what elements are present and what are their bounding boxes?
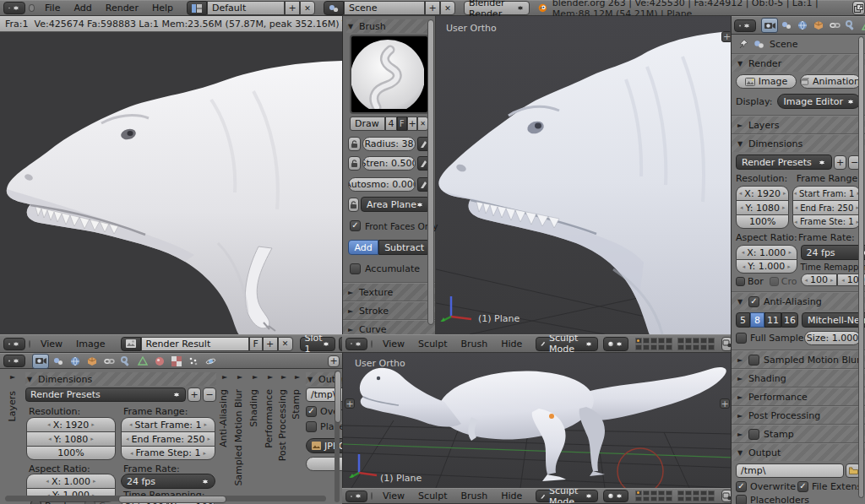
tab-scene[interactable] (51, 355, 66, 368)
panel-render-header[interactable]: ▼Render (732, 55, 865, 72)
brush-preview[interactable] (350, 35, 429, 114)
vp2-menu-sculpt[interactable]: Sculpt (411, 490, 454, 501)
editor-type-button[interactable] (3, 2, 25, 14)
vp2-layers-widget[interactable] (635, 490, 715, 501)
panel-sampled-motion-blur-vertical[interactable]: Sampled Motion Blur (233, 389, 244, 486)
render-animation-button[interactable]: Animation (800, 74, 861, 89)
frame-step-field[interactable]: Frame Step: 1 (121, 446, 215, 460)
res-y-right[interactable]: Y: 1080 (736, 200, 789, 214)
frame-start-field[interactable]: Start Frame: 1 (121, 417, 215, 431)
viewport-2[interactable]: User Ortho (1) Plane + + (342, 353, 731, 488)
brush-radius-slider[interactable]: Radius: 38 (362, 137, 416, 151)
panel-post-processing-vertical[interactable]: Post Processing (277, 389, 288, 461)
panel-stroke[interactable]: ►Stroke (343, 302, 435, 319)
right-tab-object[interactable] (811, 19, 826, 32)
panel-sampled-motion-blur[interactable]: ►Sampled Motion Blur (732, 351, 865, 368)
panel-brush-header[interactable]: ▼ Brush (346, 19, 432, 33)
aa-size-slider[interactable]: Size: 1.000 (804, 331, 861, 345)
vp1-menu-brush[interactable]: Brush (454, 339, 494, 350)
menu-file[interactable]: File (38, 3, 67, 14)
aspect-x-right[interactable]: X: 1.000 (736, 245, 797, 259)
render-engine-select[interactable]: Blender Render (464, 1, 530, 15)
viewport-1-collapse-dot[interactable] (371, 340, 373, 348)
aa-expand-icon[interactable]: ► (220, 373, 229, 381)
brush-add-button[interactable]: + (407, 117, 418, 131)
right-tab-modifiers[interactable] (843, 19, 858, 32)
tab-constraints[interactable] (101, 355, 117, 368)
shading-expand-icon[interactable]: ► (251, 373, 259, 381)
panel-curve[interactable]: ►Curve (343, 321, 435, 334)
add-toggle[interactable]: Add (348, 240, 378, 255)
props-bottom-editor-type-button[interactable] (3, 355, 25, 367)
right-tab-scene[interactable] (779, 19, 794, 32)
screen-layout-icon[interactable] (187, 1, 207, 15)
vp1-mode-select[interactable]: Sculpt Mode (536, 337, 597, 351)
image-menu-image[interactable]: Image (69, 339, 112, 350)
panel-performance[interactable]: ►Performance (732, 388, 865, 405)
preset-add-button[interactable]: + (188, 387, 201, 402)
scene-icon-button[interactable] (324, 1, 344, 15)
accumulate-checkbox-box[interactable] (350, 263, 361, 274)
screen-name-field[interactable]: Default (207, 1, 285, 15)
layers-expand-icon[interactable]: ► (8, 373, 17, 381)
menu-add[interactable]: Add (67, 3, 98, 14)
tab-material[interactable] (152, 355, 167, 368)
smb-enable-checkbox[interactable] (748, 355, 759, 366)
props-right-scrollbar[interactable] (858, 36, 864, 498)
strength-unified-lock-icon[interactable] (348, 156, 361, 171)
placeholders-checkbox-box-bottom[interactable] (306, 421, 317, 432)
plane-lock-icon[interactable] (348, 198, 359, 212)
render-image-button[interactable]: Image (736, 74, 797, 89)
smb-expand-icon[interactable]: ► (236, 373, 244, 381)
tab-object[interactable] (84, 355, 100, 368)
front-faces-checkbox[interactable]: ✓ Front Faces Only (350, 220, 428, 231)
image-name-field[interactable]: Render Result (141, 337, 249, 351)
scene-delete-button[interactable]: ✕ (440, 1, 455, 15)
aspect-x-field[interactable]: X: 1.000 (26, 474, 116, 488)
frame-end-right[interactable]: End Fra: 250 (792, 200, 861, 214)
fake-user-button[interactable]: F (249, 337, 263, 351)
frame-start-right[interactable]: Start Fram: 1 (792, 186, 861, 200)
right-tab-object-data[interactable] (859, 19, 865, 32)
panel-performance-vertical[interactable]: Performance (264, 389, 275, 448)
aa-filter-select[interactable]: Mitchell-Netr (802, 312, 865, 328)
tab-modifiers[interactable] (118, 355, 133, 368)
screen-delete-button[interactable]: ✕ (300, 1, 315, 15)
aspect-y-right[interactable]: Y: 1.000 (736, 259, 797, 274)
overwrite-checkbox[interactable]: ✓ (736, 481, 747, 492)
resolution-y-field[interactable]: Y: 1080 (26, 431, 116, 446)
tab-render[interactable] (32, 354, 49, 369)
panel-texture[interactable]: ►Texture (343, 284, 435, 301)
res-x-right[interactable]: X: 1920 (736, 186, 789, 200)
screen-add-button[interactable]: + (285, 1, 300, 15)
sculpt-plane-select[interactable]: Area Plane (361, 197, 430, 212)
res-pct-right[interactable]: 100% (736, 214, 789, 229)
image-unlink-button[interactable]: ✕ (278, 337, 293, 351)
post-processing-expand-icon[interactable]: ► (280, 373, 288, 381)
vp1-lock-to-scene-button[interactable] (721, 337, 731, 351)
panel-stamp[interactable]: ►Stamp (732, 425, 865, 442)
image-add-button[interactable]: + (263, 337, 278, 351)
image-header-collapse-dot[interactable] (29, 340, 30, 348)
resolution-x-field[interactable]: X: 1920 (26, 417, 116, 431)
radius-unified-lock-icon[interactable] (348, 137, 361, 151)
full-sample-checkbox[interactable] (736, 333, 747, 344)
breadcrumb-scene-label[interactable]: Scene (770, 39, 798, 50)
border-checkbox-right[interactable] (736, 277, 745, 286)
panel-shading[interactable]: ►Shading (732, 370, 865, 387)
brush-fake-user-button[interactable]: F (397, 117, 407, 131)
aa-samples-8[interactable]: 8 (750, 312, 764, 328)
display-select[interactable]: Image Editor (777, 94, 861, 109)
panel-dimensions-header[interactable]: ▼ Dimensions (25, 372, 216, 386)
preset-remove-button[interactable]: − (203, 387, 216, 402)
window-duplicate-button[interactable] (852, 1, 865, 15)
brush-users-button[interactable]: 4 (385, 117, 397, 131)
output-path-field[interactable]: /tmp\ (736, 463, 844, 478)
accumulate-checkbox[interactable]: Accumulate (350, 263, 428, 274)
stamp-enable-checkbox[interactable] (748, 429, 759, 440)
stamp-expand-icon[interactable]: ► (293, 373, 302, 381)
tab-world[interactable] (68, 355, 83, 368)
brush-strength-slider[interactable]: Stren: 0.500 (362, 156, 416, 171)
menu-help[interactable]: Help (145, 3, 180, 14)
scene-add-button[interactable]: + (425, 1, 440, 15)
